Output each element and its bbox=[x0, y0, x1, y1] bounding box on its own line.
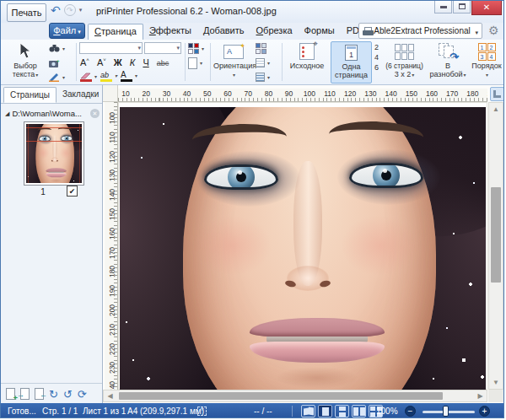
horizontal-scroll-thumb[interactable] bbox=[119, 392, 443, 400]
printer-selector[interactable]: Able2Extract Professional 9.0 Printer bbox=[358, 23, 482, 39]
bold-button[interactable]: Ж bbox=[114, 57, 122, 67]
view-book-button[interactable] bbox=[301, 405, 315, 417]
window-controls: ✕ bbox=[433, 1, 502, 15]
shrink-font-button[interactable]: А˅ bbox=[97, 57, 106, 67]
view-single-page-button[interactable] bbox=[318, 405, 332, 417]
tab-pages[interactable]: Страницы bbox=[3, 87, 57, 103]
tab-crop[interactable]: Обрезка bbox=[250, 24, 299, 40]
tab-page[interactable]: Страница bbox=[88, 24, 143, 40]
page-setup-column bbox=[256, 42, 279, 83]
view-continuous-button[interactable] bbox=[335, 405, 349, 417]
page-thumbnail[interactable] bbox=[24, 121, 84, 186]
status-bar: Готов... Стр. 1 / 1 Лист 1 из 1 A4 (209.… bbox=[1, 403, 504, 418]
page-checkbox[interactable]: ✔ bbox=[67, 186, 78, 197]
maximize-button[interactable] bbox=[453, 1, 471, 13]
printer-name: Able2Extract Professional 9.0 Printer bbox=[374, 26, 471, 35]
insert-after-button[interactable]: ← bbox=[35, 388, 44, 400]
one-page-button[interactable]: 1 Одна страница bbox=[331, 41, 372, 83]
qat-dropdown-icon[interactable]: ▾ bbox=[79, 7, 83, 13]
ruler-number: 140 bbox=[108, 188, 116, 202]
scroll-left-icon[interactable]: ◀ bbox=[104, 390, 116, 401]
order-grid-icon: 1234 bbox=[478, 43, 496, 61]
horizontal-scrollbar[interactable]: ◀ ▶ bbox=[103, 390, 487, 402]
orientation-page-icon: A ✦ bbox=[223, 45, 244, 59]
markup-pen-button[interactable] bbox=[49, 71, 74, 83]
rotate-cw-button[interactable]: ↻ bbox=[49, 389, 58, 400]
select-text-button[interactable]: Выбор текста bbox=[4, 41, 46, 83]
redo-icon[interactable]: ↷ bbox=[64, 4, 76, 16]
tab-effects[interactable]: Эффекты bbox=[143, 24, 197, 40]
close-button[interactable]: ✕ bbox=[471, 1, 502, 15]
ribbon-separator bbox=[210, 43, 211, 81]
page-background-button[interactable] bbox=[188, 57, 210, 69]
ruler-number: 120 bbox=[344, 89, 356, 98]
grow-font-button[interactable]: А˄ bbox=[80, 57, 89, 67]
text-highlight-button[interactable]: ab bbox=[100, 72, 112, 82]
insert-before-button[interactable]: → bbox=[20, 388, 30, 400]
zoom-slider-track[interactable] bbox=[423, 411, 475, 413]
theme-colors-button[interactable] bbox=[188, 42, 210, 55]
vertical-scroll-thumb[interactable] bbox=[491, 187, 501, 283]
tab-add[interactable]: Добавить bbox=[197, 24, 250, 40]
italic-button[interactable]: К bbox=[130, 57, 135, 67]
font-color-button[interactable]: А bbox=[121, 71, 132, 82]
four-up-button[interactable]: 4 bbox=[373, 53, 380, 62]
page-canvas[interactable] bbox=[118, 102, 487, 390]
window-title: priPrinter Professional 6.2 - Woman-008.… bbox=[96, 6, 277, 16]
six-pages-button[interactable]: (6 страниц) 3 x 2 bbox=[383, 41, 426, 83]
chevron-down-icon bbox=[62, 73, 65, 81]
view-two-pages-button[interactable] bbox=[352, 405, 366, 417]
order-button[interactable]: 1234 Порядок bbox=[469, 41, 504, 83]
document-tree-item[interactable]: ◢ D:\Woman\Woma... ✕ bbox=[5, 109, 100, 118]
add-page-button[interactable]: + bbox=[6, 388, 15, 400]
ruler-number: 160 bbox=[108, 227, 116, 240]
rotate-180-button[interactable]: ⟳ bbox=[78, 389, 87, 400]
font-family-combobox[interactable] bbox=[79, 42, 143, 54]
highlight-eraser-button[interactable] bbox=[80, 73, 92, 82]
curved-arrow-icon: ↷ bbox=[449, 53, 459, 62]
preview-photo bbox=[26, 124, 82, 183]
file-menu-button[interactable]: Файл bbox=[49, 23, 85, 39]
original-layout-button[interactable]: ⌖ Исходное bbox=[285, 41, 329, 83]
close-document-icon[interactable]: ✕ bbox=[90, 109, 100, 118]
chevron-down-icon bbox=[201, 45, 204, 52]
page-setup-button-1[interactable] bbox=[256, 42, 279, 55]
page-setup-button-2[interactable] bbox=[256, 57, 279, 69]
expand-triangle-icon[interactable]: ◢ bbox=[5, 110, 9, 117]
minimize-icon bbox=[440, 6, 447, 8]
scroll-up-icon[interactable]: ▲ bbox=[489, 103, 503, 116]
tab-bookmarks[interactable]: Закладки bbox=[57, 87, 105, 103]
app-window: Печать ↶ ↷ ▾ priPrinter Professional 6.2… bbox=[0, 0, 504, 418]
zoom-in-button[interactable]: + bbox=[479, 406, 490, 417]
scroll-right-icon[interactable]: ▶ bbox=[474, 390, 487, 401]
tab-forms[interactable]: Формы bbox=[299, 24, 341, 40]
print-button[interactable]: Печать bbox=[7, 3, 46, 22]
color-page-column bbox=[188, 42, 210, 69]
pen-icon bbox=[49, 73, 60, 82]
ruler-options-button[interactable] bbox=[490, 87, 504, 101]
ruler-corner bbox=[103, 85, 118, 102]
underline-button[interactable]: Ч bbox=[143, 57, 148, 67]
camera-button[interactable]: + bbox=[49, 57, 74, 69]
find-button[interactable] bbox=[49, 42, 74, 55]
two-up-button[interactable]: 2 bbox=[373, 43, 380, 51]
printer-settings-gear-icon[interactable]: ⚙ bbox=[488, 24, 499, 37]
orientation-button[interactable]: A ✦ Ориентация bbox=[213, 41, 254, 83]
page-setup-button-3[interactable] bbox=[256, 71, 279, 83]
font-size-combobox[interactable] bbox=[144, 42, 181, 54]
status-position: -- / -- bbox=[254, 407, 272, 416]
vertical-scrollbar[interactable]: ▲ ▼ bbox=[488, 102, 503, 390]
six-up-button[interactable]: 6 bbox=[373, 63, 380, 72]
zoom-out-button[interactable]: − bbox=[405, 406, 416, 417]
status-separator bbox=[292, 406, 293, 417]
menu-bar: Файл Страница Эффекты Добавить Обрезка Ф… bbox=[1, 23, 503, 40]
scroll-down-icon[interactable]: ▼ bbox=[489, 376, 503, 389]
undo-icon[interactable]: ↶ bbox=[51, 4, 61, 16]
minimize-button[interactable] bbox=[434, 1, 452, 13]
strikethrough-button[interactable]: abc bbox=[157, 59, 170, 67]
original-page-icon: ⌖ bbox=[299, 43, 315, 60]
zoom-slider-handle[interactable] bbox=[443, 406, 449, 417]
rotate-ccw-button[interactable]: ↺ bbox=[63, 389, 73, 400]
shuffle-button[interactable]: ↷ В разнобой bbox=[428, 41, 467, 83]
thumbnail-photo-slot bbox=[26, 124, 82, 183]
